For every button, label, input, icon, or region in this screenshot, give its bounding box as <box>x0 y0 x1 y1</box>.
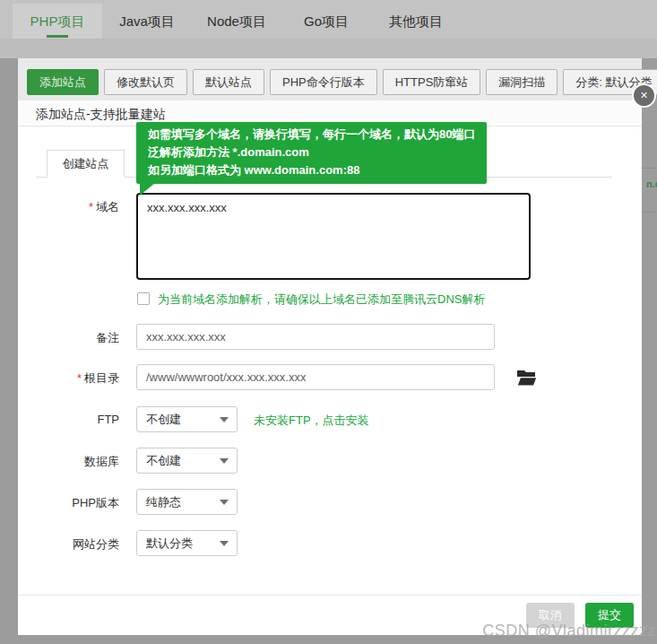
site-toolbar: 添加站点 修改默认页 默认站点 PHP命令行版本 HTTPS防窜站 漏洞扫描 分… <box>27 69 657 95</box>
tab-php-project[interactable]: PHP项目 <box>13 4 102 39</box>
site-category-select-value: 默认分类 <box>146 536 193 550</box>
default-site-button[interactable]: 默认站点 <box>193 69 264 95</box>
project-type-tabs: PHP项目 Java项目 Node项目 Go项目 其他项目 <box>13 4 461 39</box>
ftp-select[interactable]: 不创建 <box>136 406 238 432</box>
php-version-select-value: 纯静态 <box>146 495 181 509</box>
dialog-title: 添加站点-支持批量建站 <box>36 107 166 123</box>
chevron-down-icon <box>220 500 229 505</box>
site-category-select[interactable]: 默认分类 <box>136 530 238 556</box>
database-select-value: 不创建 <box>146 454 181 467</box>
php-version-label: PHP版本 <box>18 495 119 511</box>
add-site-button[interactable]: 添加站点 <box>27 69 99 95</box>
database-label: 数据库 <box>18 454 119 470</box>
screen: PHP项目 Java项目 Node项目 Go项目 其他项目 添加站点 修改默认页… <box>0 0 657 644</box>
chevron-down-icon <box>220 458 229 464</box>
dns-resolve-checkbox[interactable] <box>137 292 150 305</box>
chevron-down-icon <box>220 541 229 546</box>
database-select[interactable]: 不创建 <box>136 448 238 474</box>
tooltip-line: 泛解析添加方法 *.domain.com <box>148 144 475 161</box>
note-label: 备注 <box>18 330 119 346</box>
tab-create-site[interactable]: 创建站点 <box>47 150 125 178</box>
vulnerability-scan-button[interactable]: 漏洞扫描 <box>486 69 558 95</box>
ftp-label: FTP <box>18 413 119 426</box>
domain-help-tooltip: 如需填写多个域名，请换行填写，每行一个域名，默认为80端口 泛解析添加方法 *.… <box>136 122 487 184</box>
modify-default-page-button[interactable]: 修改默认页 <box>104 69 187 95</box>
chevron-down-icon <box>220 417 229 422</box>
php-cli-version-button[interactable]: PHP命令行版本 <box>270 69 377 95</box>
install-ftp-link[interactable]: 未安装FTP，点击安装 <box>254 413 369 429</box>
site-category-label: 网站分类 <box>18 536 119 553</box>
ftp-select-value: 不创建 <box>146 413 181 426</box>
required-mark: * <box>89 200 93 213</box>
tab-other-project[interactable]: 其他项目 <box>371 4 461 39</box>
domain-label: *域名 <box>18 199 119 215</box>
tab-java-project[interactable]: Java项目 <box>102 4 192 39</box>
tooltip-line: 如需填写多个域名，请换行填写，每行一个域名，默认为80端口 <box>148 126 475 144</box>
background-table-line <box>642 168 657 169</box>
domain-textarea[interactable]: xxx.xxx.xxx.xxx <box>136 193 531 280</box>
dialog-footer: 取消 提交 <box>18 595 642 635</box>
top-strip-shadow <box>0 39 657 58</box>
page-content-area: 添加站点 修改默认页 默认站点 PHP命令行版本 HTTPS防窜站 漏洞扫描 分… <box>18 58 642 100</box>
cancel-button[interactable]: 取消 <box>526 603 575 628</box>
required-mark: * <box>77 371 82 385</box>
tab-go-project[interactable]: Go项目 <box>281 4 371 39</box>
add-site-dialog: 添加站点-支持批量建站 × 如需填写多个域名，请换行填写，每行一个域名，默认为8… <box>18 100 642 635</box>
note-input[interactable]: xxx.xxx.xxx.xxx <box>136 324 495 350</box>
tooltip-line: 如另加端口格式为 www.domain.com:88 <box>148 161 475 179</box>
background-table-line <box>642 212 657 213</box>
background-link-fragment: n.c <box>646 178 657 189</box>
submit-button[interactable]: 提交 <box>585 603 634 628</box>
dns-resolve-checkbox-label[interactable]: 为当前域名添加解析，请确保以上域名已添加至腾讯云DNS解析 <box>158 292 485 308</box>
browse-directory-button[interactable] <box>516 370 538 387</box>
close-icon: × <box>640 88 647 102</box>
root-dir-input[interactable]: /www/wwwroot/xxx.xxx.xxx.xxx <box>136 364 495 390</box>
root-dir-label: *根目录 <box>18 370 119 387</box>
folder-icon <box>516 370 538 387</box>
php-version-select[interactable]: 纯静态 <box>136 489 238 515</box>
tab-node-project[interactable]: Node项目 <box>192 4 281 39</box>
https-anti-leech-button[interactable]: HTTPS防窜站 <box>383 69 481 95</box>
close-button[interactable]: × <box>632 83 656 108</box>
